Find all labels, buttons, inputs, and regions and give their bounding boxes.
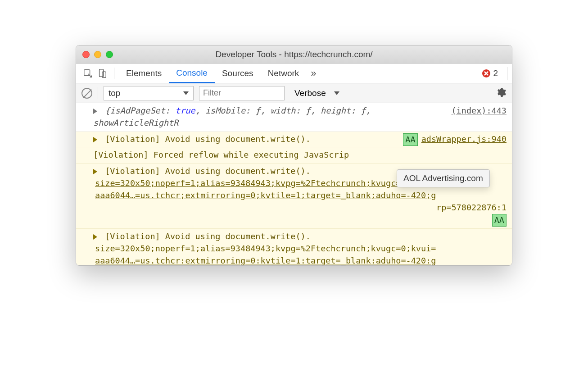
disclosure-icon[interactable] (93, 169, 97, 174)
error-count: 2 (493, 68, 498, 78)
disclosure-icon[interactable] (93, 137, 97, 142)
titlebar: Developer Tools - https://techcrunch.com… (76, 45, 512, 64)
close-window-button[interactable] (82, 51, 90, 58)
separator (98, 87, 98, 99)
disclosure-icon[interactable] (93, 109, 97, 114)
separator (507, 67, 507, 80)
source-link[interactable]: adsWrapper.js:940 (421, 133, 507, 145)
context-select[interactable]: top (104, 86, 194, 100)
log-detail[interactable]: size=320x50;noperf=1;alias=93484943;kvpg… (95, 178, 436, 188)
log-text: [Violation] Avoid using document.write()… (105, 232, 311, 241)
log-detail[interactable]: rp=578022876:1 (436, 203, 507, 212)
window-title: Developer Tools - https://techcrunch.com… (76, 50, 512, 59)
svg-rect-1 (100, 69, 104, 77)
context-value: top (109, 88, 120, 98)
log-object: {isAdPageSet: true, isMobile: ƒ, width: … (93, 106, 371, 127)
devtools-window: Developer Tools - https://techcrunch.com… (76, 45, 512, 266)
traffic-lights (82, 51, 113, 58)
minimize-window-button[interactable] (94, 51, 101, 58)
devtools-tabs: Elements Console Sources Network » 2 (76, 64, 512, 83)
log-detail[interactable]: aaa6044…=us.tchcr;extmirroring=0;kvtile=… (95, 191, 436, 200)
log-text: [Violation] Avoid using document.write()… (105, 134, 311, 144)
dropdown-icon (183, 91, 189, 95)
tab-elements[interactable]: Elements (119, 64, 169, 83)
badge-tooltip: AOL Advertising.com (397, 169, 490, 187)
console-row[interactable]: (index):443 {isAdPageSet: true, isMobile… (76, 103, 512, 132)
clear-console-icon[interactable] (81, 88, 92, 99)
log-detail[interactable]: aaa6044…=us.tchcr:extmirroring=0:kvtile=… (95, 256, 436, 265)
tab-network[interactable]: Network (261, 64, 307, 83)
log-text: [Violation] Forced reflow while executin… (93, 150, 349, 159)
source-link[interactable]: (index):443 (451, 105, 507, 117)
thirdparty-badge[interactable]: AA (492, 214, 507, 227)
maximize-window-button[interactable] (106, 51, 113, 58)
dropdown-icon (334, 91, 339, 95)
device-toggle-icon[interactable] (95, 66, 109, 81)
tab-sources[interactable]: Sources (215, 64, 261, 83)
console-settings-icon[interactable] (496, 87, 507, 100)
inspect-icon[interactable] (81, 66, 95, 81)
thirdparty-badge[interactable]: AA (403, 133, 417, 146)
log-level-select[interactable]: Verbose (294, 88, 339, 98)
log-detail[interactable]: size=320x50;noperf=1;alias=93484943;kvpg… (95, 244, 436, 253)
log-level-value: Verbose (294, 88, 326, 98)
console-filterbar: top Verbose (76, 83, 512, 103)
error-counter[interactable]: 2 (482, 68, 502, 78)
console-row[interactable]: [Violation] Avoid using document.write()… (76, 229, 512, 265)
tab-console[interactable]: Console (169, 64, 215, 83)
error-icon (482, 69, 490, 77)
log-text: [Violation] Avoid using document.write()… (105, 166, 311, 176)
more-tabs-icon[interactable]: » (306, 68, 321, 79)
separator (114, 68, 114, 79)
console-row[interactable]: [Violation] Forced reflow while executin… (76, 147, 512, 164)
disclosure-icon[interactable] (93, 234, 97, 240)
console-row[interactable]: adsWrapper.js:940 AA [Violation] Avoid u… (76, 132, 512, 148)
filter-input[interactable] (199, 86, 285, 100)
